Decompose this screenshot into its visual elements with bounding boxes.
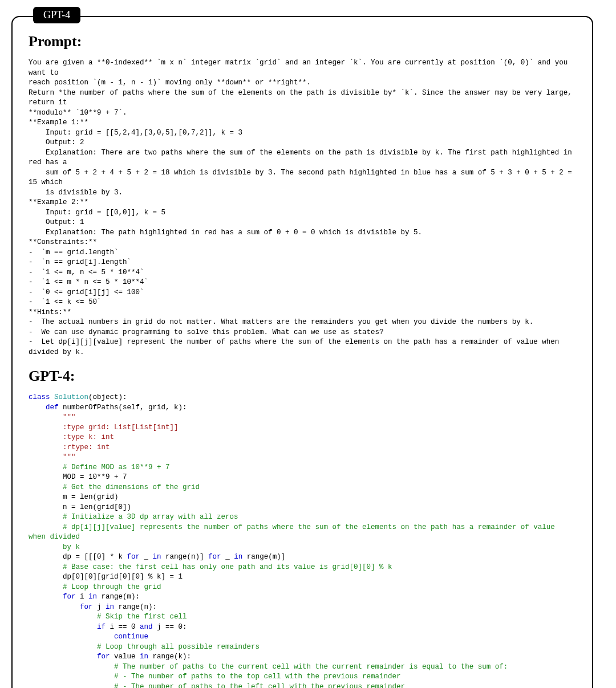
figure-box: GPT-4 Prompt: You are given a **0-indexe…	[11, 16, 593, 688]
answer-heading: GPT-4:	[29, 368, 576, 385]
model-tag: GPT-4	[33, 7, 80, 23]
answer-code: class Solution(object): def numberOfPath…	[29, 393, 576, 688]
prompt-text: You are given a **0-indexed** `m x n` in…	[29, 58, 576, 357]
prompt-heading: Prompt:	[29, 33, 576, 50]
